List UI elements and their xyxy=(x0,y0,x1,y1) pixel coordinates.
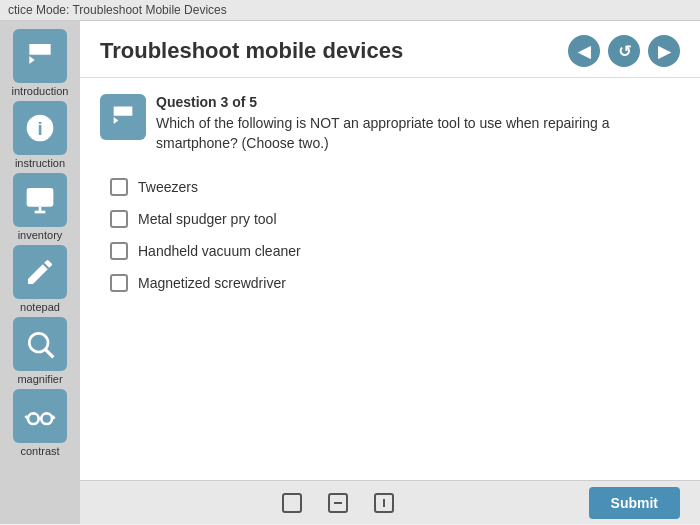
svg-rect-2 xyxy=(27,188,54,207)
page-title-bar: Troubleshoot mobile devices ◀ ↺ ▶ xyxy=(80,21,700,78)
info-icon: i xyxy=(24,112,56,144)
flag-icon-box xyxy=(13,29,67,83)
option-label-2: Metal spudger pry tool xyxy=(138,211,277,227)
bottom-icons xyxy=(100,489,577,517)
svg-line-11 xyxy=(52,416,55,419)
glasses-icon xyxy=(24,400,56,432)
svg-line-10 xyxy=(25,416,28,419)
flag-icon xyxy=(24,40,56,72)
monitor-icon xyxy=(24,184,56,216)
option-label-4: Magnetized screwdriver xyxy=(138,275,286,291)
svg-point-5 xyxy=(29,333,48,352)
content-area: Troubleshoot mobile devices ◀ ↺ ▶ Questi… xyxy=(80,21,700,524)
top-bar: ctice Mode: Troubleshoot Mobile Devices xyxy=(0,0,700,21)
refresh-button[interactable]: ↺ xyxy=(608,35,640,67)
sidebar-item-instruction[interactable]: i instruction xyxy=(5,101,75,169)
answer-options: Tweezers Metal spudger pry tool Handheld… xyxy=(110,171,680,299)
bottom-icon-1[interactable] xyxy=(278,489,306,517)
svg-point-7 xyxy=(28,413,39,424)
bottom-icon-3[interactable] xyxy=(370,489,398,517)
svg-point-8 xyxy=(41,413,52,424)
sidebar-label-notepad: notepad xyxy=(20,301,60,313)
question-flag-icon-box xyxy=(100,94,146,140)
question-text: Which of the following is NOT an appropr… xyxy=(156,114,680,153)
answer-option-2[interactable]: Metal spudger pry tool xyxy=(110,203,680,235)
bottom-bar: Submit xyxy=(80,480,700,524)
answer-option-4[interactable]: Magnetized screwdriver xyxy=(110,267,680,299)
question-header: Question 3 of 5 Which of the following i… xyxy=(100,94,680,153)
checkbox-4[interactable] xyxy=(110,274,128,292)
search-icon-box xyxy=(13,317,67,371)
next-button[interactable]: ▶ xyxy=(648,35,680,67)
sidebar-label-contrast: contrast xyxy=(20,445,59,457)
search-icon xyxy=(24,328,56,360)
glasses-icon-box xyxy=(13,389,67,443)
checkbox-2[interactable] xyxy=(110,210,128,228)
bottom-icon-1-svg xyxy=(280,491,304,515)
option-label-1: Tweezers xyxy=(138,179,198,195)
page-title: Troubleshoot mobile devices xyxy=(100,38,403,64)
pencil-icon xyxy=(24,256,56,288)
svg-rect-12 xyxy=(283,494,301,512)
bottom-icon-3-svg xyxy=(372,491,396,515)
sidebar-label-inventory: inventory xyxy=(18,229,63,241)
sidebar-item-contrast[interactable]: contrast xyxy=(5,389,75,457)
bottom-icon-2[interactable] xyxy=(324,489,352,517)
sidebar-item-inventory[interactable]: inventory xyxy=(5,173,75,241)
top-bar-title: ctice Mode: Troubleshoot Mobile Devices xyxy=(8,3,227,17)
checkbox-1[interactable] xyxy=(110,178,128,196)
svg-line-6 xyxy=(45,349,53,357)
checkbox-3[interactable] xyxy=(110,242,128,260)
answer-option-3[interactable]: Handheld vacuum cleaner xyxy=(110,235,680,267)
question-flag-icon xyxy=(109,103,137,131)
option-label-3: Handheld vacuum cleaner xyxy=(138,243,301,259)
sidebar-label-instruction: instruction xyxy=(15,157,65,169)
info-icon-box: i xyxy=(13,101,67,155)
sidebar-item-magnifier[interactable]: magnifier xyxy=(5,317,75,385)
sidebar-label-magnifier: magnifier xyxy=(17,373,62,385)
sidebar-item-introduction[interactable]: introduction xyxy=(5,29,75,97)
monitor-icon-box xyxy=(13,173,67,227)
sidebar-label-introduction: introduction xyxy=(12,85,69,97)
pencil-icon-box xyxy=(13,245,67,299)
question-text-block: Question 3 of 5 Which of the following i… xyxy=(156,94,680,153)
submit-button[interactable]: Submit xyxy=(589,487,680,519)
sidebar: introduction i instruction inventory xyxy=(0,21,80,524)
sidebar-item-notepad[interactable]: notepad xyxy=(5,245,75,313)
answer-option-1[interactable]: Tweezers xyxy=(110,171,680,203)
svg-text:i: i xyxy=(37,118,42,139)
nav-buttons: ◀ ↺ ▶ xyxy=(568,35,680,67)
bottom-icon-2-svg xyxy=(326,491,350,515)
prev-button[interactable]: ◀ xyxy=(568,35,600,67)
question-area: Question 3 of 5 Which of the following i… xyxy=(80,78,700,480)
question-number: Question 3 of 5 xyxy=(156,94,680,110)
